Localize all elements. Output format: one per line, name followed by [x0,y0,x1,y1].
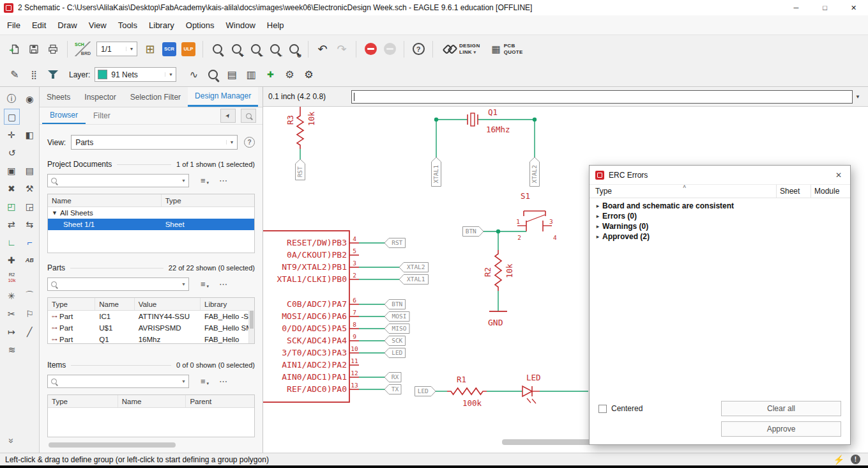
column-header-value[interactable]: Value [135,298,201,310]
erc-column-type[interactable]: Type ˄ [590,185,776,198]
s1-pin2-number[interactable]: 2 [517,234,521,241]
close-button[interactable]: ✕ [839,0,868,15]
tag-xtal2-text[interactable]: XTAL2 [531,165,538,183]
print-button[interactable] [43,40,63,59]
zoom-out-button[interactable]: − [246,40,265,59]
grid-settings-button[interactable]: ⣿ [24,65,43,84]
search-input[interactable]: ▼ [47,277,189,291]
menu-tools[interactable]: Tools [112,15,143,35]
clear-all-button[interactable]: Clear all [721,401,841,416]
info-tool[interactable]: ⓘ [4,91,19,107]
zoom-select-button[interactable]: ▫ [265,40,284,59]
sch-brd-switch-button[interactable]: SCH BRD [75,42,91,56]
menu-library[interactable]: Library [143,15,180,35]
tag-led-net-text[interactable]: LED [418,387,429,394]
tag-btn-text[interactable]: BTN [392,300,402,308]
ic-pin-number-10[interactable]: 10 [351,345,358,352]
gnd-label[interactable]: GND [488,318,503,327]
tag-miso-text[interactable]: MISO [392,325,407,332]
tree-expander-icon[interactable]: ▼ [52,210,57,216]
menu-file[interactable]: File [1,15,26,35]
name-tool[interactable]: AB [22,252,38,268]
ic-pin-label-4[interactable]: RESET/DW)PB3 [287,238,347,247]
tag-rx-text[interactable]: RX [392,373,399,380]
paste-group-tool[interactable]: ◲ [22,198,38,214]
tab-sheets[interactable]: Sheets [40,87,77,107]
erc-row-consistent[interactable]: ▸ Board and schematic are consistent [593,201,846,211]
ic-pin-number-8[interactable]: 8 [353,321,356,328]
erc-row-approved[interactable]: ▸ Approved (2) [593,231,846,242]
erc-settings-button[interactable]: ⚙ [280,65,299,84]
q1-value[interactable]: 16Mhz [486,125,510,134]
tab-inspector[interactable]: Inspector [77,87,123,107]
approve-button[interactable]: Approve [721,421,841,437]
menu-help[interactable]: Help [261,15,290,35]
miter-tool[interactable]: ⌒ [22,288,38,304]
tag-xtal1-text[interactable]: XTAL1 [407,276,425,283]
ulp-button[interactable]: ULP [181,42,195,56]
expander-icon[interactable]: ▸ [593,233,602,240]
show-tool[interactable]: ◉ [22,91,38,107]
tree-row-sheet-selected[interactable]: Sheet 1/1 Sheet [48,219,254,230]
menu-draw[interactable]: Draw [52,15,82,35]
layer-selector[interactable]: 91 Nets ▼ [95,67,176,82]
view-selector[interactable]: Parts ▼ [71,135,238,150]
pcb-quote-button[interactable]: ▦ PCB QUOTE [491,43,522,55]
change-button[interactable]: ✎ [5,65,24,84]
search-input[interactable]: ▼ [47,375,189,388]
ic-pin-label-12[interactable]: AIN0/ADC1)PA1 [282,372,347,382]
menu-edit[interactable]: Edit [26,15,52,35]
expander-icon[interactable]: ▸ [593,223,602,230]
ic-pin-label-10[interactable]: 3/T0/ADC3)PA3 [282,348,347,357]
expander-icon[interactable]: ▸ [593,213,602,219]
tag-led-text[interactable]: LED [392,349,402,356]
led-name[interactable]: LED [526,373,541,382]
ic-pin-number-4[interactable]: 4 [353,235,356,242]
tag-xtal2-text[interactable]: XTAL2 [407,263,425,270]
paste-tool[interactable]: ▤ [22,162,38,178]
tag-btn-text[interactable]: BTN [466,228,476,235]
zoom-in-button[interactable]: + [227,40,246,59]
ic-pin-number-12[interactable]: 12 [351,370,358,377]
ic-pin-number-9[interactable]: 9 [353,333,356,340]
ic-pin-number-13[interactable]: 13 [351,382,358,389]
erc-column-sheet[interactable]: Sheet [776,185,811,198]
r3-value[interactable]: 10k [307,111,316,126]
s1-pin1-number[interactable]: 1 [516,218,520,225]
column-header-name[interactable]: Name [118,395,187,407]
design-link-button[interactable]: DESIGN LINK ▾ [443,43,480,55]
search-input[interactable]: ▼ [47,174,189,187]
ic-pin-number-6[interactable]: 6 [353,297,356,304]
delete-tool[interactable]: ✖ [4,180,19,196]
resistor-r1[interactable] [447,388,487,394]
overflow-menu-button[interactable]: ⋯ [219,176,228,185]
wire-tool[interactable]: ∟ [4,234,19,250]
resistor-r3[interactable] [297,112,303,149]
net-probe-button[interactable] [203,65,222,84]
zoom-to-button[interactable] [241,109,256,123]
maximize-button[interactable]: □ [811,0,839,15]
table-row-part-u1[interactable]: ⊶Part U$1 AVRISPSMD FAB_Hello SMI [48,322,254,334]
tag-rst-text[interactable]: RST [392,239,402,246]
pinswap-tool[interactable]: ⇄ [4,216,19,232]
r2-value[interactable]: 10k [505,263,514,278]
line-tool[interactable]: ╱ [22,324,38,339]
centered-checkbox[interactable] [598,405,607,413]
overflow-menu-button[interactable]: ⋯ [219,279,228,289]
bus-a-button[interactable]: ▤ [222,65,241,84]
bus-b-button[interactable]: ▥ [241,65,261,84]
led-emission-arrow[interactable] [532,399,536,403]
palette-expand-button[interactable]: » [4,433,20,449]
copy-tool[interactable]: ▣ [4,162,19,178]
column-header-type[interactable]: Type [48,395,118,407]
ic-pin-label-9[interactable]: SCK/ADC4)PA4 [287,336,347,345]
fix-tool[interactable]: ⚒ [22,180,38,196]
menu-view[interactable]: View [83,15,112,35]
scr-button[interactable]: SCR [162,42,176,56]
group-tool-active[interactable]: ▢ [4,109,20,125]
ic-pin-label-6[interactable]: C0B/ADC7)PA7 [287,299,347,309]
column-header-name[interactable]: Name [95,298,134,310]
column-header-library[interactable]: Library [201,298,254,310]
subtab-browser[interactable]: Browser [42,107,86,124]
close-icon[interactable]: ✕ [833,169,844,181]
